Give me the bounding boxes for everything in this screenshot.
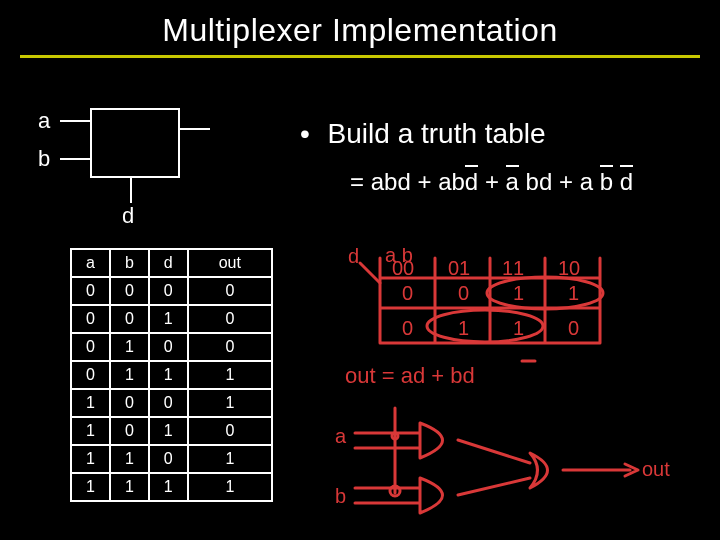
wire-out [180, 128, 210, 130]
t2a: a [438, 168, 451, 195]
table-row: 0000 [71, 277, 272, 305]
c: 0 [149, 277, 188, 305]
c: 1 [188, 389, 272, 417]
c: 0 [71, 361, 110, 389]
c: 1 [149, 305, 188, 333]
k00: 0 [402, 282, 413, 304]
t3d: d [539, 168, 552, 195]
c: 0 [71, 333, 110, 361]
equation: = abd + abd + a bd + a b d [350, 168, 633, 196]
c: 1 [71, 445, 110, 473]
t4a: a [580, 168, 593, 195]
gate-out: out [642, 458, 670, 480]
c: 1 [71, 389, 110, 417]
t1d: d [397, 168, 410, 195]
table-row: 0010 [71, 305, 272, 333]
c: 1 [71, 473, 110, 501]
bullet-line: • Build a truth table [300, 118, 546, 150]
gate-a: a [335, 425, 347, 447]
truth-table: a b d out 0000 0010 0100 0111 1001 1010 … [70, 248, 273, 502]
th-a: a [71, 249, 110, 277]
c: 1 [110, 473, 149, 501]
label-b: b [38, 146, 50, 172]
term-2: abd [438, 168, 478, 196]
c: 0 [110, 305, 149, 333]
k03: 1 [568, 282, 579, 304]
c: 0 [71, 305, 110, 333]
th-d: d [149, 249, 188, 277]
c: 0 [149, 333, 188, 361]
kcol3: 10 [558, 257, 580, 279]
k12: 1 [513, 317, 524, 339]
table-header-row: a b d out [71, 249, 272, 277]
slide-title: Multiplexer Implementation [0, 0, 720, 55]
c: 0 [149, 445, 188, 473]
k02: 1 [513, 282, 524, 304]
term-3: a bd [506, 168, 553, 196]
t4b-bar: b [600, 168, 613, 196]
eq-sign: = [350, 168, 364, 195]
c: 0 [110, 417, 149, 445]
c: 0 [110, 277, 149, 305]
k10: 0 [402, 317, 413, 339]
th-b: b [110, 249, 149, 277]
wire-b [60, 158, 90, 160]
table-row: 1001 [71, 389, 272, 417]
hand-sketch: d a b 00 01 11 10 0 0 1 1 0 1 1 0 out = … [330, 248, 700, 538]
c: 0 [188, 333, 272, 361]
kcol1: 01 [448, 257, 470, 279]
t3b: b [526, 168, 539, 195]
kcol0: 00 [392, 257, 414, 279]
table-row: 1101 [71, 445, 272, 473]
sketch-out-expr: out = ad + bd [345, 363, 475, 388]
label-d: d [122, 203, 134, 229]
c: 1 [71, 417, 110, 445]
plus3: + [559, 168, 573, 195]
k01: 0 [458, 282, 469, 304]
table-row: 1111 [71, 473, 272, 501]
plus1: + [417, 168, 431, 195]
c: 0 [188, 417, 272, 445]
t2b: b [451, 168, 464, 195]
c: 0 [188, 305, 272, 333]
c: 1 [188, 473, 272, 501]
label-a: a [38, 108, 50, 134]
mux-block [90, 108, 180, 178]
t1b: b [384, 168, 397, 195]
th-out: out [188, 249, 272, 277]
wire-d [130, 178, 132, 203]
kcol2: 11 [502, 257, 524, 279]
bullet-text: Build a truth table [328, 118, 546, 149]
table-row: 1010 [71, 417, 272, 445]
slide-content: a b d • Build a truth table = abd + abd … [0, 58, 720, 528]
c: 1 [149, 417, 188, 445]
c: 1 [149, 473, 188, 501]
k13: 0 [568, 317, 579, 339]
t2d-bar: d [465, 168, 478, 196]
svg-point-1 [427, 310, 543, 342]
c: 1 [110, 445, 149, 473]
c: 0 [71, 277, 110, 305]
term-4: a b d [580, 168, 633, 196]
plus2: + [485, 168, 499, 195]
c: 0 [110, 389, 149, 417]
c: 0 [188, 277, 272, 305]
c: 1 [188, 361, 272, 389]
t1a: a [371, 168, 384, 195]
gate-b: b [335, 485, 346, 507]
c: 1 [188, 445, 272, 473]
c: 1 [149, 361, 188, 389]
t4d-bar: d [620, 168, 633, 196]
table-row: 0111 [71, 361, 272, 389]
t3a-bar: a [506, 168, 519, 196]
c: 0 [149, 389, 188, 417]
c: 1 [110, 361, 149, 389]
term-1: abd [371, 168, 411, 196]
kmap-row-var: d [348, 248, 359, 267]
table-row: 0100 [71, 333, 272, 361]
c: 1 [110, 333, 149, 361]
k11: 1 [458, 317, 469, 339]
wire-a [60, 120, 90, 122]
bullet-dot: • [300, 118, 310, 149]
